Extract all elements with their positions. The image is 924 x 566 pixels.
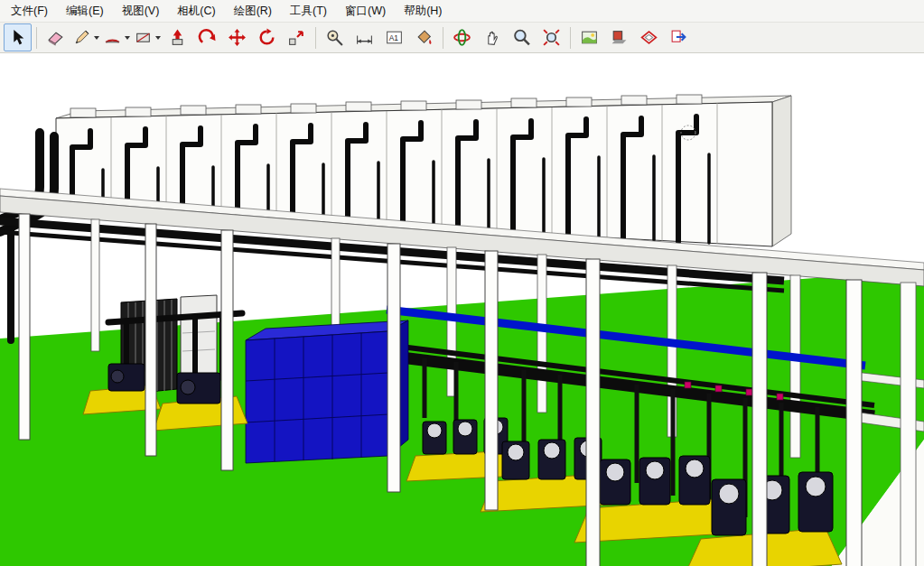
- rectangle-tool[interactable]: [133, 23, 162, 51]
- shadows-tool[interactable]: [605, 23, 633, 51]
- menu-draw[interactable]: 绘图(R): [225, 1, 281, 22]
- eraser-icon: [46, 28, 65, 47]
- rotate-icon: [257, 28, 276, 47]
- text-tool-label: A1: [389, 33, 399, 42]
- valve-handle: [685, 382, 691, 388]
- paint-bucket-tool[interactable]: [410, 23, 438, 51]
- toolbar-separator: [315, 27, 316, 49]
- scale-tool[interactable]: [283, 23, 311, 51]
- push-pull-tool[interactable]: [163, 23, 191, 51]
- right-wall-column: [901, 283, 916, 566]
- valve-handle: [777, 394, 783, 400]
- follow-me-icon: [198, 28, 217, 47]
- line-tool[interactable]: [71, 23, 100, 51]
- styles-tool[interactable]: [575, 23, 603, 51]
- arc-icon: [103, 28, 122, 47]
- follow-me-tool[interactable]: [193, 23, 221, 51]
- line-dropdown-caret[interactable]: [94, 36, 99, 40]
- rectangle-dropdown-caret[interactable]: [155, 36, 161, 40]
- menu-window[interactable]: 窗口(W): [336, 1, 395, 22]
- menu-tools[interactable]: 工具(T): [281, 1, 336, 22]
- toolbar-separator: [570, 27, 571, 49]
- shadows-icon: [610, 28, 629, 47]
- arc-tool[interactable]: [102, 23, 131, 51]
- zoom-icon: [512, 28, 531, 47]
- rectangle-icon: [134, 28, 153, 47]
- push-pull-icon: [168, 28, 187, 47]
- menu-view[interactable]: 视图(V): [113, 1, 169, 22]
- menu-file[interactable]: 文件(F): [2, 1, 57, 22]
- menu-camera[interactable]: 相机(C): [168, 1, 224, 22]
- menu-edit[interactable]: 编辑(E): [57, 1, 113, 22]
- dimension-icon: [355, 28, 374, 47]
- model-scene[interactable]: [0, 53, 924, 566]
- text-icon: A1: [385, 28, 404, 47]
- zoom-tool[interactable]: [508, 23, 536, 51]
- rotate-tool[interactable]: [253, 23, 281, 51]
- styles-icon: [580, 28, 599, 47]
- zoom-extents-icon: [542, 28, 561, 47]
- select-tool[interactable]: [4, 23, 32, 51]
- pan-hand-icon: [482, 28, 501, 47]
- orbit-icon: [453, 28, 471, 47]
- toolbar: A1: [0, 23, 924, 53]
- valve-handle: [746, 389, 752, 395]
- dimension-tool[interactable]: [350, 23, 378, 51]
- toolbar-separator: [443, 27, 443, 49]
- scale-icon: [287, 28, 306, 47]
- tape-measure-icon: [325, 28, 344, 47]
- orbit-tool[interactable]: [448, 23, 476, 51]
- move-icon: [228, 28, 247, 47]
- section-plane-tool[interactable]: [635, 23, 663, 51]
- paint-bucket-icon: [415, 28, 434, 47]
- export-tool[interactable]: [665, 23, 693, 51]
- export-icon: [669, 28, 688, 47]
- text-tool[interactable]: A1: [380, 23, 408, 51]
- arc-dropdown-caret[interactable]: [125, 36, 130, 40]
- eraser-tool[interactable]: [42, 23, 70, 51]
- zoom-extents-tool[interactable]: [537, 23, 565, 51]
- select-arrow-icon: [8, 28, 27, 47]
- toolbar-separator: [36, 27, 37, 49]
- pan-tool[interactable]: [478, 23, 506, 51]
- section-plane-icon: [639, 28, 658, 47]
- menu-bar: 文件(F) 编辑(E) 视图(V) 相机(C) 绘图(R) 工具(T) 窗口(W…: [0, 0, 924, 23]
- valve-handle: [715, 385, 722, 392]
- move-tool[interactable]: [223, 23, 251, 51]
- tape-measure-tool[interactable]: [321, 23, 349, 51]
- menu-help[interactable]: 帮助(H): [395, 1, 451, 22]
- water-tank[interactable]: [246, 320, 408, 463]
- pencil-icon: [72, 28, 91, 47]
- model-viewport[interactable]: [0, 53, 924, 566]
